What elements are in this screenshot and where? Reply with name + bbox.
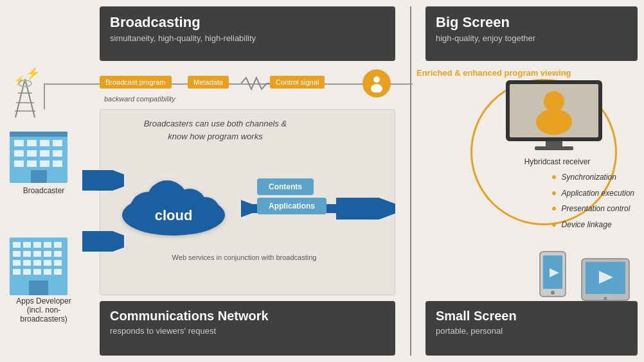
svg-rect-31: [23, 251, 31, 257]
svg-rect-44: [54, 269, 62, 275]
svg-point-54: [192, 197, 220, 225]
svg-rect-19: [27, 160, 37, 167]
bigscreen-panel: Big Screen high-quality, enjoy together: [425, 6, 638, 61]
svg-rect-28: [44, 242, 51, 248]
apps-dev-label: Apps Developer (incl. non-broadcasters): [5, 297, 82, 323]
svg-rect-45: [29, 280, 48, 295]
hybridcast-label: Hybridcast receiver: [506, 157, 609, 166]
feature-presentation: ● Presentation control: [551, 200, 634, 216]
svg-rect-37: [33, 260, 41, 266]
svg-rect-21: [53, 160, 62, 167]
smallscreen-subtitle: portable, personal: [436, 326, 627, 336]
svg-point-47: [371, 84, 382, 92]
svg-rect-38: [44, 260, 51, 266]
zigzag-signal: [241, 76, 270, 93]
svg-point-71: [604, 297, 607, 300]
svg-rect-23: [10, 132, 67, 137]
svg-rect-41: [23, 269, 31, 275]
broadcast-program-tag: Broadcast program: [100, 76, 172, 89]
svg-rect-43: [44, 269, 51, 275]
svg-rect-25: [13, 242, 21, 248]
smallscreen-title: Small Screen: [436, 309, 627, 323]
svg-point-67: [551, 291, 555, 295]
signal-connector-right: [392, 83, 413, 85]
svg-rect-40: [13, 269, 21, 275]
svg-rect-20: [40, 160, 49, 167]
svg-rect-11: [27, 140, 37, 146]
svg-rect-62: [546, 141, 562, 146]
svg-rect-16: [40, 150, 49, 157]
svg-rect-33: [44, 251, 51, 257]
smallscreen-panel: Small Screen portable, personal: [425, 301, 638, 356]
svg-point-60: [544, 91, 564, 112]
svg-rect-39: [54, 260, 62, 266]
apps-dev-building-icon: [6, 234, 77, 298]
svg-rect-22: [31, 170, 47, 183]
svg-rect-42: [33, 269, 41, 275]
svg-rect-14: [14, 150, 24, 157]
signal-vertical-connector: [44, 83, 45, 109]
svg-rect-29: [54, 242, 62, 248]
person-icon: [362, 69, 391, 98]
small-devices-icons: [537, 250, 631, 305]
broadcaster-tower-icon: ⚡ ⚡: [8, 67, 46, 125]
contents-tag: Contents: [257, 178, 314, 195]
comms-subtitle: responds to viewers' request: [110, 326, 385, 336]
tv-monitor-icon: [499, 77, 609, 153]
feature-device-linkage: ● Device linkage: [551, 216, 634, 232]
svg-rect-34: [54, 251, 62, 257]
backward-compat-label: backward compatibility: [104, 95, 175, 103]
svg-rect-18: [14, 160, 24, 167]
svg-text:⚡: ⚡: [26, 67, 40, 80]
svg-rect-17: [53, 150, 62, 157]
cloud-icon: cloud: [112, 164, 235, 243]
control-signal-tag: Control signal: [270, 76, 325, 89]
comms-panel: Communications Network responds to viewe…: [100, 301, 395, 356]
svg-rect-13: [53, 140, 62, 146]
bigscreen-title: Big Screen: [436, 14, 627, 31]
svg-rect-27: [33, 242, 41, 248]
vertical-divider: [410, 6, 411, 356]
svg-text:cloud: cloud: [155, 207, 193, 223]
svg-rect-15: [27, 150, 37, 157]
broadcasters-text: Broadcasters can use both channels & kno…: [141, 117, 289, 142]
svg-rect-63: [535, 146, 573, 150]
svg-rect-36: [23, 260, 31, 266]
svg-rect-12: [40, 140, 49, 146]
signal-h-connector: [44, 83, 100, 85]
svg-rect-30: [13, 251, 21, 257]
broadcaster-building-icon: [6, 122, 77, 186]
svg-point-46: [373, 76, 380, 83]
broadcasting-panel: Broadcasting simultaneity, high-quality,…: [100, 6, 395, 61]
broadcasting-title: Broadcasting: [110, 14, 385, 31]
hybridcast-features: ● Synchronization ● Application executio…: [551, 169, 634, 232]
metadata-tag: Metadata: [188, 76, 229, 89]
svg-rect-26: [23, 242, 31, 248]
svg-line-3: [25, 79, 35, 117]
broadcasting-subtitle: simultaneity, high-quality, high-reliabi…: [110, 33, 385, 43]
svg-rect-35: [13, 260, 21, 266]
svg-point-61: [536, 109, 572, 135]
feature-app-execution: ● Application execution: [551, 185, 634, 201]
enriched-text: Enriched & enhanced program viewing: [416, 68, 571, 78]
broadcaster-label: Broadcaster: [5, 186, 82, 195]
svg-rect-32: [33, 251, 41, 257]
applications-tag: Applications: [257, 198, 326, 214]
bigscreen-subtitle: high-quality, enjoy together: [436, 33, 627, 43]
web-services-text: Web services in conjunction with broadca…: [119, 254, 370, 261]
comms-title: Communications Network: [110, 309, 385, 323]
svg-rect-10: [14, 140, 24, 146]
feature-synchronization: ● Synchronization: [551, 169, 634, 185]
